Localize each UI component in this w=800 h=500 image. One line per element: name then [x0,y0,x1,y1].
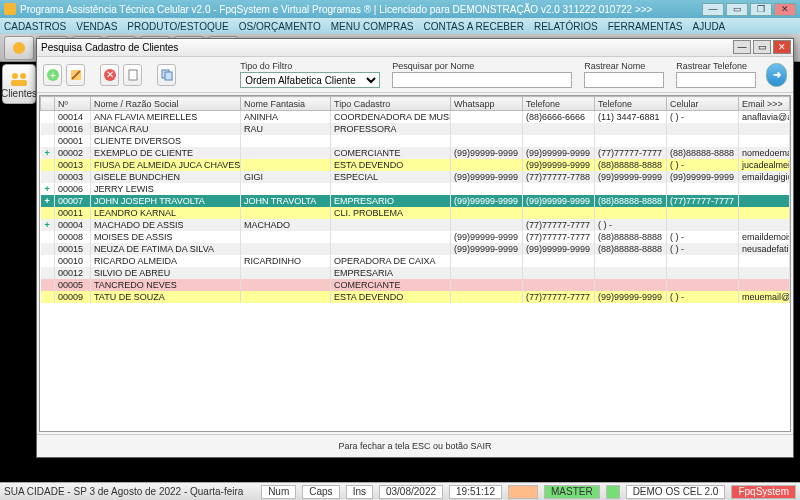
cell: (99)99999-9999 [595,291,667,303]
cell [739,207,790,219]
cell: jucadealmeida@jucadealmeida.com.br [739,159,790,171]
table-row[interactable]: 00012SILVIO DE ABREUEMPRESARIA [41,267,790,279]
table-row[interactable]: +00004MACHADO DE ASSISMACHADO(77)77777-7… [41,219,790,231]
dialog-maximize-button[interactable]: ▭ [753,40,771,54]
status-demo: DEMO OS CEL 2.0 [626,485,726,499]
cell [451,159,523,171]
cell [41,267,55,279]
track-phone-input[interactable] [676,72,756,88]
sidebar-tab-clientes[interactable]: Clientes [2,64,36,104]
column-header[interactable]: Telefone [523,97,595,111]
menu-item[interactable]: AJUDA [692,21,725,32]
cell: MOISES DE ASSIS [91,231,241,243]
table-row[interactable]: 00009TATU DE SOUZAESTA DEVENDO(77)77777-… [41,291,790,303]
column-header[interactable]: Telefone [595,97,667,111]
edit-button[interactable] [66,64,85,86]
menu-item[interactable]: PRODUTO/ESTOQUE [127,21,228,32]
cell [331,183,451,195]
cell: MACHADO DE ASSIS [91,219,241,231]
menu-item[interactable]: CONTAS A RECEBER [424,21,524,32]
cell: TATU DE SOUZA [91,291,241,303]
column-header[interactable]: Tipo Cadastro [331,97,451,111]
column-header[interactable]: Whatsapp [451,97,523,111]
delete-button[interactable]: ✕ [100,64,119,86]
menu-item[interactable]: RELATÓRIOS [534,21,598,32]
cell [667,255,739,267]
cell [241,279,331,291]
cell: GIGI [241,171,331,183]
cell [667,123,739,135]
table-row[interactable]: 00013FIUSA DE ALMEIDA JUCA CHAVESESTA DE… [41,159,790,171]
filter-label: Tipo do Filtro [240,61,380,71]
cell: (88)88888-8888 [595,195,667,207]
cell [739,279,790,291]
status-date: 03/08/2022 [379,485,443,499]
search-input[interactable] [392,72,572,88]
table-row[interactable]: 00005TANCREDO NEVESCOMERCIANTE [41,279,790,291]
column-header[interactable]: Celular [667,97,739,111]
cell [739,195,790,207]
maximize-button[interactable]: ▭ [726,3,748,16]
cell: ANA FLAVIA MEIRELLES [91,111,241,123]
restore-button[interactable]: ❐ [750,3,772,16]
cell: (88)88888-8888 [667,147,739,159]
column-header[interactable]: Nome / Razão Social [91,97,241,111]
table-row[interactable]: 00011LEANDRO KARNALCLI. PROBLEMA [41,207,790,219]
svg-point-8 [20,73,26,79]
column-header[interactable]: Email >>> [739,97,790,111]
table-row[interactable]: +00006JERRY LEWIS [41,183,790,195]
table-row[interactable]: 00003GISELE BUNDCHENGIGIESPECIAL(99)9999… [41,171,790,183]
add-button[interactable]: + [43,64,62,86]
copy-button[interactable] [157,64,176,86]
cell: 00006 [55,183,91,195]
table-row[interactable]: 00015NEUZA DE FATIMA DA SILVA(99)99999-9… [41,243,790,255]
cell [739,267,790,279]
cell [667,135,739,147]
cell [595,267,667,279]
cell [41,111,55,123]
track-name-input[interactable] [584,72,664,88]
toolbar-button-1[interactable] [4,36,34,60]
filter-select[interactable]: Ordem Alfabetica Cliente [240,72,380,88]
cell [523,255,595,267]
results-grid[interactable]: NºNome / Razão SocialNome FantasiaTipo C… [39,95,791,432]
cell [41,279,55,291]
cell [595,255,667,267]
column-header[interactable] [41,97,55,111]
cell: ( ) - [667,111,739,123]
cell [451,267,523,279]
column-header[interactable]: Nº [55,97,91,111]
dialog-minimize-button[interactable]: — [733,40,751,54]
cell: PROFESSORA [331,123,451,135]
go-button[interactable]: ➜ [766,63,787,87]
menubar: CADASTROSVENDASPRODUTO/ESTOQUEOS/ORÇAMEN… [0,18,800,34]
cell: 00004 [55,219,91,231]
menu-item[interactable]: CADASTROS [4,21,66,32]
minimize-button[interactable]: — [702,3,724,16]
column-header[interactable]: Nome Fantasia [241,97,331,111]
table-row[interactable]: 00010RICARDO ALMEIDARICARDINHOOPERADORA … [41,255,790,267]
cell: FIUSA DE ALMEIDA JUCA CHAVES [91,159,241,171]
table-row[interactable]: +00007JOHN JOSEPH TRAVOLTAJOHN TRAVOLTAE… [41,195,790,207]
table-row[interactable]: 00001CLIENTE DIVERSOS [41,135,790,147]
menu-item[interactable]: FERRAMENTAS [608,21,683,32]
close-button[interactable]: ✕ [774,3,796,16]
menu-item[interactable]: MENU COMPRAS [331,21,414,32]
table-row[interactable]: 00016BIANCA RAURAUPROFESSORA [41,123,790,135]
cell: (88)88888-8888 [595,159,667,171]
table-row[interactable]: 00014ANA FLAVIA MEIRELLESANINHACOORDENAD… [41,111,790,123]
cell: 00008 [55,231,91,243]
dialog-close-button[interactable]: ✕ [773,40,791,54]
status-indicator-1 [508,485,538,499]
cell [595,183,667,195]
app-icon [4,3,16,15]
menu-item[interactable]: OS/ORÇAMENTO [239,21,321,32]
cell [41,159,55,171]
menu-item[interactable]: VENDAS [76,21,117,32]
table-row[interactable]: +00002EXEMPLO DE CLIENTECOMERCIANTE(99)9… [41,147,790,159]
statusbar: SUA CIDADE - SP 3 de Agosto de 2022 - Qu… [0,482,800,500]
svg-rect-17 [165,72,172,80]
table-row[interactable]: 00008MOISES DE ASSIS(99)99999-9999(77)77… [41,231,790,243]
cell: ( ) - [667,231,739,243]
document-button[interactable] [123,64,142,86]
